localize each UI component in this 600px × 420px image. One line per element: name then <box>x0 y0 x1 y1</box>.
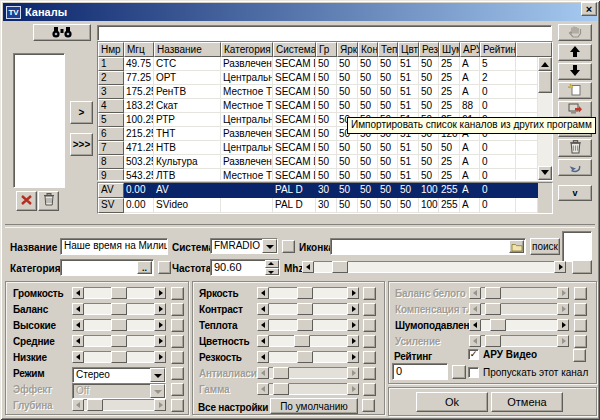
spin-up-icon[interactable] <box>265 260 279 268</box>
gain-apply-button[interactable] <box>574 335 587 348</box>
default-settings-button[interactable]: По умолчанию <box>270 398 358 414</box>
color-apply-button[interactable] <box>363 335 376 348</box>
move-up-button[interactable] <box>558 44 592 61</box>
agc-apply-button[interactable] <box>573 349 586 362</box>
column-header-11[interactable]: Шум <box>439 42 460 57</box>
slider-track[interactable] <box>269 351 347 363</box>
mode-combo[interactable]: Стерео <box>72 367 166 383</box>
row-header-cell[interactable]: 2 <box>98 71 124 85</box>
spin-down-icon[interactable] <box>265 268 279 276</box>
table-row[interactable]: 3175.25РенТВМестное ТВSECAM D50505050515… <box>98 85 538 99</box>
slider-right-arrow-icon[interactable] <box>154 287 166 299</box>
effect-apply-button[interactable] <box>171 383 184 396</box>
skip-channel-checkbox[interactable]: ✓ Пропускать этот канал <box>468 367 588 378</box>
row-header-cell[interactable]: 1 <box>98 57 124 71</box>
column-header-1[interactable]: Мгц <box>124 42 154 57</box>
row-header-cell[interactable]: 8 <box>98 155 124 169</box>
slider-track[interactable] <box>269 287 347 299</box>
rating-apply-button[interactable] <box>452 365 466 379</box>
collapse-button[interactable]: v <box>558 185 592 201</box>
ok-button[interactable]: Ok <box>416 392 488 412</box>
treble-slider[interactable] <box>72 319 166 331</box>
sharpness-apply-button[interactable] <box>363 351 376 364</box>
slider-left-arrow-icon[interactable] <box>257 319 269 331</box>
scroll-up-button[interactable] <box>538 57 552 71</box>
slider-thumb[interactable] <box>297 303 313 315</box>
row-header-cell[interactable]: SV <box>98 198 124 213</box>
add-all-to-list-button[interactable]: >>> <box>70 133 93 156</box>
column-header-2[interactable]: Название <box>154 42 221 57</box>
slider-thumb[interactable] <box>111 303 127 315</box>
slider-thumb[interactable] <box>111 287 127 299</box>
close-button[interactable]: × <box>581 2 597 16</box>
treble-apply-button[interactable] <box>171 319 184 332</box>
gamma-apply-button[interactable] <box>363 383 376 396</box>
bass-slider[interactable] <box>72 351 166 363</box>
slider-right-arrow-icon[interactable] <box>154 303 166 315</box>
slider-thumb[interactable] <box>111 335 127 347</box>
combo-arrow-icon[interactable] <box>262 239 277 253</box>
icon-search-button[interactable]: поиск <box>530 238 560 255</box>
table-row[interactable]: 8503.25КультураРазвлеченияSECAM D5050505… <box>98 155 538 169</box>
slider-thumb[interactable] <box>490 319 506 331</box>
slider-track[interactable] <box>481 319 557 331</box>
bass-apply-button[interactable] <box>171 351 184 364</box>
column-header-5[interactable]: Гр <box>316 42 337 57</box>
rating-input[interactable]: 0 <box>392 363 448 380</box>
move-down-button[interactable] <box>558 63 592 80</box>
slider-left-arrow-icon[interactable] <box>257 287 269 299</box>
scroll-down-button[interactable] <box>538 166 552 180</box>
slider-track[interactable] <box>84 287 154 299</box>
all-settings-apply-button[interactable] <box>362 399 375 412</box>
clear-all-button[interactable] <box>558 139 592 157</box>
slider-left-arrow-icon[interactable] <box>469 319 481 331</box>
slider-track[interactable] <box>269 319 347 331</box>
slider-left-arrow-icon[interactable] <box>72 287 84 299</box>
table-row[interactable]: 4183.25СкатМестное ТВSECAM D505050505150… <box>98 99 538 113</box>
table-row[interactable]: 149.75СТСРазвлеченияSECAM D5050505051502… <box>98 57 538 71</box>
table-row[interactable]: 9543.25ЛТВМестное ТВSECAM D5050505051502… <box>98 169 538 180</box>
slider-thumb[interactable] <box>297 287 313 299</box>
white-balance-apply-button[interactable] <box>574 287 587 300</box>
find-button[interactable] <box>33 24 91 41</box>
add-channel-button[interactable] <box>558 82 592 99</box>
icon-browse-button[interactable] <box>509 240 524 253</box>
antialiasing-apply-button[interactable] <box>363 367 376 380</box>
row-header-cell[interactable]: 3 <box>98 85 124 99</box>
column-header-6[interactable]: Ярк <box>337 42 358 57</box>
column-header-12[interactable]: АРУ <box>460 42 480 57</box>
row-header-cell[interactable]: 4 <box>98 99 124 113</box>
table-row[interactable]: 7471.25НТВЦентральное ТВSECAM D505050505… <box>98 141 538 155</box>
slider-right-arrow-icon[interactable] <box>557 319 569 331</box>
slider-thumb[interactable] <box>111 319 127 331</box>
slider-track[interactable] <box>84 335 154 347</box>
table-row[interactable]: SV0.00SVideoPAL D3050505050100255A0 <box>98 198 552 213</box>
slider-left-arrow-icon[interactable] <box>257 335 269 347</box>
slider-thumb[interactable] <box>111 351 127 363</box>
sharpness-slider[interactable] <box>257 351 359 363</box>
agc-video-checkbox[interactable]: ✓ АРУ Видео <box>468 349 537 360</box>
channels-table[interactable]: НмрМгцНазваниеКатегорияСистемаГрЯркКонТе… <box>97 41 553 181</box>
slider-right-arrow-icon[interactable] <box>347 335 359 347</box>
row-header-cell[interactable]: 6 <box>98 127 124 141</box>
compensation-apply-button[interactable] <box>574 303 587 316</box>
mode-apply-button[interactable] <box>171 367 184 380</box>
middle-apply-button[interactable] <box>171 335 184 348</box>
slider-track[interactable] <box>314 261 554 273</box>
frequency-fine-slider[interactable] <box>302 261 566 273</box>
title-bar[interactable]: TV Каналы <box>3 3 597 21</box>
depth-apply-button[interactable] <box>171 399 184 412</box>
brightness-slider[interactable] <box>257 287 359 299</box>
import-channels-button[interactable] <box>558 101 592 118</box>
warmth-slider[interactable] <box>257 319 359 331</box>
column-header-0[interactable]: Нмр <box>98 42 124 57</box>
slider-left-arrow-icon[interactable] <box>257 303 269 315</box>
row-header-cell[interactable]: 5 <box>98 113 124 127</box>
category-apply-button[interactable] <box>158 261 171 274</box>
slider-right-arrow-icon[interactable] <box>154 351 166 363</box>
slider-right-arrow-icon[interactable] <box>554 261 566 273</box>
slider-left-arrow-icon[interactable] <box>72 303 84 315</box>
scroll-thumb[interactable] <box>538 71 552 93</box>
color-slider[interactable] <box>257 335 359 347</box>
slider-right-arrow-icon[interactable] <box>154 319 166 331</box>
